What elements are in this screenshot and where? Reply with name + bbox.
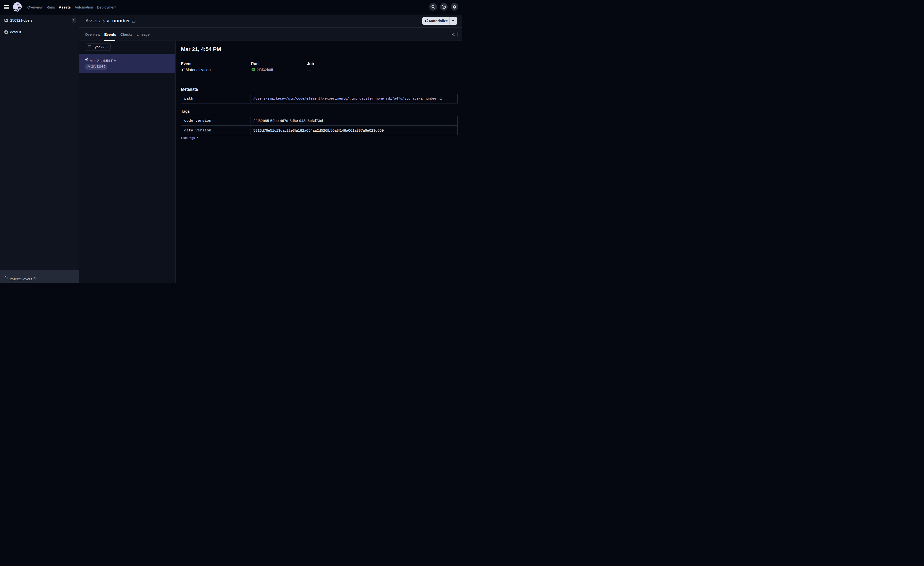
svg-text:?: ? [443,5,445,8]
